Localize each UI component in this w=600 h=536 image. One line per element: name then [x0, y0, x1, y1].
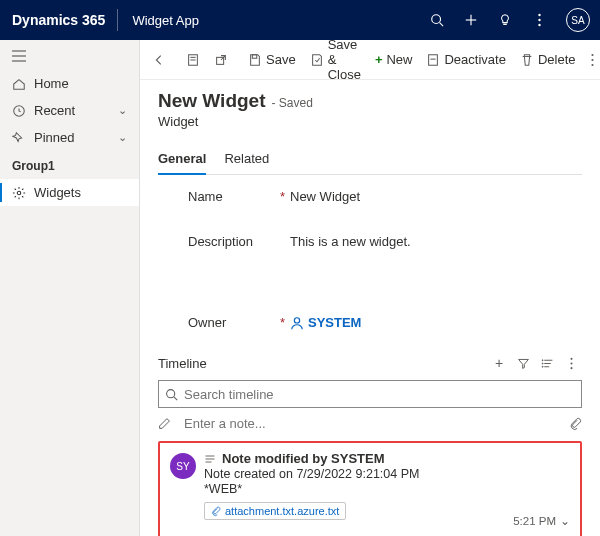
svg-point-0 [432, 15, 441, 24]
note-created: Note created on 7/29/2022 9:21:04 PM [204, 467, 570, 481]
chevron-down-icon: ⌄ [118, 104, 127, 117]
attachment-link[interactable]: attachment.txt.azure.txt [204, 502, 346, 520]
tab-general[interactable]: General [158, 145, 206, 174]
owner-value[interactable]: SYSTEM [290, 315, 361, 330]
deactivate-icon [426, 53, 440, 67]
save-button[interactable]: Save [242, 45, 302, 75]
note-input[interactable] [184, 416, 561, 431]
name-value[interactable]: New Widget [290, 189, 360, 204]
search-icon[interactable] [420, 0, 454, 40]
chevron-down-icon: ⌄ [118, 131, 127, 144]
svg-point-31 [570, 367, 572, 369]
filter-icon[interactable] [512, 352, 534, 374]
note-type-icon [204, 453, 216, 465]
sidebar-item-label: Recent [34, 103, 75, 118]
required-indicator: * [280, 189, 290, 204]
overflow-icon[interactable] [585, 45, 600, 75]
svg-point-28 [542, 366, 543, 367]
svg-point-19 [592, 53, 594, 55]
sidebar-group-label: Group1 [0, 151, 139, 179]
save-icon [248, 53, 262, 67]
save-status: - Saved [272, 96, 313, 110]
open-new-icon[interactable] [208, 45, 234, 75]
attachment-name: attachment.txt.azure.txt [225, 505, 339, 517]
svg-point-26 [542, 359, 543, 360]
new-button[interactable]: + New [369, 45, 419, 75]
user-avatar[interactable]: SA [566, 8, 590, 32]
svg-point-27 [542, 363, 543, 364]
owner-text: SYSTEM [308, 315, 361, 330]
app-name-label: Widget App [118, 13, 213, 28]
back-button[interactable] [146, 45, 172, 75]
attachment-icon[interactable] [569, 416, 582, 431]
gear-icon [12, 186, 26, 200]
tab-related[interactable]: Related [224, 145, 269, 174]
search-timeline-input[interactable] [184, 387, 575, 402]
brand-label: Dynamics 365 [0, 12, 117, 28]
page-title: New Widget [158, 90, 266, 112]
svg-point-30 [570, 362, 572, 364]
new-label: New [386, 52, 412, 67]
clock-icon [12, 104, 26, 118]
delete-button[interactable]: Delete [514, 45, 582, 75]
sidebar-item-home[interactable]: Home [0, 70, 139, 97]
description-label: Description [188, 234, 280, 249]
svg-line-33 [174, 396, 177, 399]
sidebar-item-label: Home [34, 76, 69, 91]
plus-icon: + [375, 52, 383, 67]
form-icon[interactable] [180, 45, 206, 75]
home-icon [12, 77, 26, 91]
svg-point-29 [570, 357, 572, 359]
pencil-icon [158, 417, 176, 430]
sidebar-item-widgets[interactable]: Widgets [0, 179, 139, 206]
note-avatar: SY [170, 453, 196, 479]
add-icon[interactable] [454, 0, 488, 40]
more-icon[interactable] [560, 352, 582, 374]
more-icon[interactable] [522, 0, 556, 40]
sort-icon[interactable] [536, 352, 558, 374]
save-close-button[interactable]: Save & Close [304, 45, 367, 75]
deactivate-button[interactable]: Deactivate [420, 45, 511, 75]
svg-point-22 [294, 317, 299, 322]
attachment-icon [211, 505, 221, 517]
name-label: Name [188, 189, 280, 204]
description-value[interactable]: This is a new widget. [290, 234, 411, 249]
note-title: Note modified by SYSTEM [222, 451, 385, 466]
svg-point-11 [17, 191, 21, 195]
search-timeline-box[interactable] [158, 380, 582, 408]
svg-point-20 [592, 58, 594, 60]
deactivate-label: Deactivate [444, 52, 505, 67]
sidebar-item-recent[interactable]: Recent ⌄ [0, 97, 139, 124]
delete-label: Delete [538, 52, 576, 67]
pin-icon [12, 131, 26, 145]
svg-rect-17 [429, 54, 438, 65]
sidebar-item-label: Pinned [34, 130, 74, 145]
svg-point-21 [592, 63, 594, 65]
sidebar-item-label: Widgets [34, 185, 81, 200]
svg-point-32 [167, 389, 175, 397]
note-card[interactable]: SY Note modified by SYSTEM Note created … [158, 441, 582, 536]
trash-icon [520, 53, 534, 67]
save-label: Save [266, 52, 296, 67]
entity-label: Widget [158, 114, 582, 129]
svg-point-5 [538, 19, 540, 21]
person-icon [290, 316, 304, 330]
svg-line-1 [440, 23, 444, 27]
lightbulb-icon[interactable] [488, 0, 522, 40]
owner-label: Owner [188, 315, 280, 330]
note-time: 5:21 PM [513, 515, 556, 527]
timeline-title: Timeline [158, 356, 207, 371]
search-icon [165, 388, 178, 401]
required-indicator: * [280, 315, 290, 330]
save-close-label: Save & Close [328, 40, 361, 82]
svg-point-4 [538, 14, 540, 16]
svg-rect-16 [252, 54, 256, 58]
chevron-down-icon[interactable]: ⌄ [560, 514, 570, 528]
svg-point-6 [538, 24, 540, 26]
sidebar-item-pinned[interactable]: Pinned ⌄ [0, 124, 139, 151]
timeline-add-icon[interactable]: + [488, 352, 510, 374]
save-close-icon [310, 53, 324, 67]
hamburger-icon[interactable] [0, 42, 139, 70]
note-tag: *WEB* [204, 482, 570, 496]
